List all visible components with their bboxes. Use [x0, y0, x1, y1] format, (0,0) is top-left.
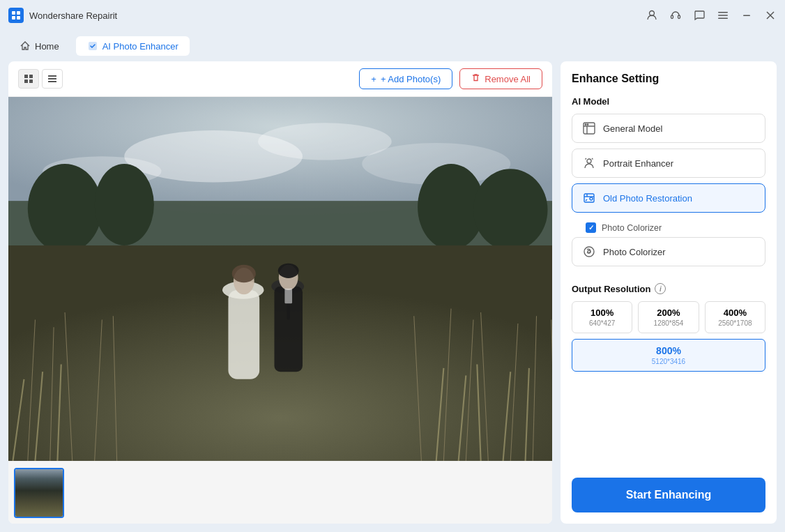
colorizer-model-icon [582, 245, 596, 259]
tab-ai-enhancer-label: AI Photo Enhancer [102, 41, 178, 52]
user-icon[interactable] [646, 9, 658, 22]
svg-rect-19 [48, 78, 56, 79]
thumbnail-image [15, 469, 63, 517]
svg-point-59 [278, 264, 299, 278]
resolution-400[interactable]: 400% 2560*1708 [705, 301, 765, 333]
menu-icon[interactable] [717, 9, 729, 22]
thumbnail-item[interactable] [14, 468, 64, 518]
ai-model-label: AI Model [572, 96, 765, 107]
model-portrait[interactable]: Portrait Enhancer [572, 149, 765, 178]
panel-title: Enhance Setting [572, 73, 765, 85]
svg-rect-10 [743, 15, 750, 17]
svg-point-27 [28, 164, 102, 253]
model-general[interactable]: General Model [572, 114, 765, 143]
tab-home-label: Home [35, 41, 59, 52]
titlebar-left: Wondershare Repairit [8, 8, 117, 23]
enhancer-icon [87, 40, 98, 52]
svg-point-69 [588, 250, 590, 253]
start-enhancing-button[interactable]: Start Enhancing [572, 478, 765, 512]
svg-rect-16 [24, 79, 28, 83]
svg-point-64 [587, 124, 588, 126]
navbar: Home AI Photo Enhancer [0, 31, 785, 61]
resolution-100[interactable]: 100% 640*427 [572, 301, 632, 333]
resolution-label: Output Resolution i [572, 283, 765, 294]
view-toggles [18, 69, 63, 89]
titlebar: Wondershare Repairit [0, 0, 785, 31]
svg-rect-15 [29, 75, 33, 78]
trash-icon [471, 73, 480, 84]
svg-rect-20 [48, 81, 56, 82]
resolution-grid: 100% 640*427 200% 1280*854 400% 2560*170… [572, 301, 765, 333]
add-photos-button[interactable]: + + Add Photo(s) [359, 68, 452, 89]
svg-rect-17 [29, 79, 33, 83]
svg-point-68 [584, 247, 594, 257]
thumbnail-strip [8, 461, 552, 524]
list-view-button[interactable] [42, 69, 63, 89]
svg-rect-1 [17, 11, 20, 15]
titlebar-controls [646, 9, 777, 22]
remove-all-button[interactable]: Remove All [459, 68, 542, 89]
svg-rect-8 [718, 15, 728, 16]
svg-point-65 [587, 159, 591, 163]
photo-colorizer-suboption[interactable]: Photo Colorizer [572, 218, 765, 237]
info-icon[interactable]: i [655, 283, 666, 294]
plus-icon: + [371, 74, 376, 84]
svg-rect-0 [12, 11, 15, 15]
svg-point-28 [95, 164, 154, 245]
general-model-icon [582, 121, 596, 135]
main-content: + + Add Photo(s) Remove All [0, 61, 785, 532]
portrait-model-label: Portrait Enhancer [603, 158, 673, 169]
left-panel: + + Add Photo(s) Remove All [8, 61, 552, 524]
portrait-model-icon [582, 156, 596, 170]
svg-point-67 [590, 197, 593, 200]
svg-point-63 [585, 124, 586, 126]
svg-rect-3 [17, 16, 20, 20]
svg-rect-5 [671, 15, 673, 19]
app-logo [8, 8, 24, 23]
resolution-200[interactable]: 200% 1280*854 [638, 301, 699, 333]
svg-rect-6 [678, 15, 680, 19]
photo-image [8, 97, 552, 461]
right-panel: Enhance Setting AI Model General Model [561, 61, 777, 524]
close-icon[interactable] [764, 9, 777, 22]
colorizer-model-label: Photo Colorizer [603, 247, 666, 257]
svg-rect-14 [24, 75, 28, 78]
svg-point-55 [232, 265, 256, 283]
svg-rect-18 [48, 75, 56, 77]
photo-display [8, 97, 552, 461]
tab-ai-photo-enhancer[interactable]: AI Photo Enhancer [76, 36, 190, 56]
home-icon [20, 40, 31, 52]
old-photo-model-icon [582, 191, 596, 205]
grid-view-button[interactable] [18, 69, 39, 89]
toolbar: + + Add Photo(s) Remove All [8, 61, 552, 97]
colorizer-suboption-label: Photo Colorizer [602, 223, 662, 233]
svg-rect-9 [718, 18, 728, 20]
headset-icon[interactable] [669, 9, 682, 22]
app-title: Wondershare Repairit [29, 10, 117, 21]
resolution-800[interactable]: 800% 5120*3416 [572, 339, 765, 372]
svg-rect-2 [12, 16, 15, 20]
colorizer-checkbox[interactable] [586, 222, 596, 233]
model-old-photo[interactable]: Old Photo Restoration [572, 183, 765, 213]
chat-icon[interactable] [693, 9, 706, 22]
svg-point-30 [473, 169, 548, 250]
old-photo-model-label: Old Photo Restoration [603, 193, 692, 204]
svg-rect-7 [718, 12, 728, 13]
general-model-label: General Model [603, 123, 662, 134]
svg-rect-53 [228, 290, 259, 379]
svg-rect-61 [284, 289, 292, 303]
tab-home[interactable]: Home [8, 36, 70, 56]
minimize-icon[interactable] [740, 9, 753, 22]
model-colorizer[interactable]: Photo Colorizer [572, 237, 765, 266]
toolbar-actions: + + Add Photo(s) Remove All [359, 68, 542, 89]
resolution-section: Output Resolution i 100% 640*427 200% 12… [572, 283, 765, 383]
